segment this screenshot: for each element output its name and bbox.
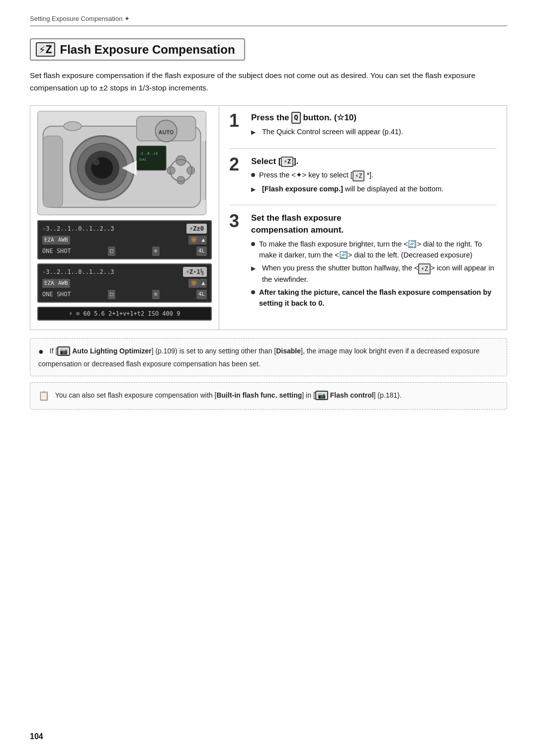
lcd1-badge: ⚡Z±0 (186, 224, 207, 234)
svg-point-10 (187, 167, 195, 174)
lcd1-eza: EZA (42, 236, 56, 245)
step-3-number: 3 (229, 212, 245, 230)
lcd2-scale: -3..2..1..0..1..2..3 (42, 267, 114, 276)
note-box-2: 📋 You can also set flash exposure compen… (30, 382, 507, 410)
step-3-bullet-2-text: When you press the shutter button halfwa… (262, 263, 497, 285)
step-2: 2 Select [⚡Z]. Press the <✦> key to sele… (229, 156, 497, 197)
q-button-icon: Q (291, 112, 300, 124)
camera-illustration: AUTO -2..0..+2 (37, 111, 206, 215)
svg-point-16 (64, 121, 82, 130)
section-title-box: ⚡Z Flash Exposure Compensation (30, 38, 245, 61)
step-3-bullet-2: ▶ When you press the shutter button half… (251, 263, 497, 285)
flash-icon: ⚡Z (36, 42, 55, 57)
step-2-number: 2 (229, 156, 245, 173)
flash-z-inline-2: ⚡Z (418, 263, 430, 274)
triangle-icon-2: ▶ (251, 185, 258, 194)
note-box-1: ● If [📷 Auto Lighting Optimizer] (p.109)… (30, 338, 507, 376)
lcd1-awb: AWB (56, 236, 70, 245)
svg-point-11 (177, 176, 185, 184)
content-area: AUTO -2..0..+2 (30, 106, 507, 330)
triangle-icon: ▶ (251, 128, 258, 137)
lcd1-icon3: 🔆 (188, 236, 199, 245)
header-rule (30, 25, 507, 26)
dot-icon-3 (251, 290, 255, 294)
lcd1-scale: -3..2..1..0..1..2..3 (42, 224, 114, 233)
lcd-screen-2: -3..2..1..0..1..2..3 ⚡Z-1½ EZA AWB 🔆 ▲ O… (37, 263, 212, 303)
svg-text:AUTO: AUTO (159, 129, 174, 135)
lcd2-circle: ⊙ (152, 290, 160, 299)
bottom-bar-text: ⚡ ⊙ 60 5.6 2+1+v+1+t2 ISO 400 9 (69, 310, 180, 317)
cam-icon-2: 📷 (315, 391, 328, 400)
section-title: Flash Exposure Compensation (60, 43, 235, 57)
svg-point-6 (93, 159, 100, 166)
flash-z-icon-2: ⚡Z (281, 157, 293, 167)
lcd2-awb: AWB (56, 279, 70, 288)
step-3: 3 Set the flash exposurecompensation amo… (229, 212, 497, 312)
step-3-bullet-3-text: After taking the picture, cancel the fla… (259, 287, 497, 309)
lcd2-eza: EZA (42, 279, 56, 288)
lcd2-icon3: 🔆 (188, 279, 199, 288)
step-3-title: Set the flash exposurecompensation amoun… (251, 212, 497, 236)
lcd-screen-1: -3..2..1..0..1..2..3 ⚡Z±0 EZA AWB 🔆 ▲ ON… (37, 220, 212, 259)
step-2-bullet-1-text: Press the <✦> key to select [⚡Z *]. (259, 170, 373, 181)
flash-z-inline-1: ⚡Z (353, 170, 364, 181)
step-2-bullet-2: ▶ [Flash exposure comp.] will be display… (251, 184, 497, 195)
lcd2-arrow: ▲ (199, 279, 207, 288)
dot-icon-1 (251, 173, 255, 177)
right-column: 1 Press the Q button. (☆10) ▶ The Quick … (219, 106, 507, 330)
step-divider-1 (229, 148, 497, 149)
lcd2-mode: ONE SHOT (42, 290, 71, 299)
svg-point-12 (167, 167, 175, 174)
step-3-bullet-1: To make the flash exposure brighter, tur… (251, 239, 497, 261)
lcd1-circle: ⊙ (152, 247, 160, 256)
step-divider-2 (229, 205, 497, 205)
step-1-content: Press the Q button. (☆10) ▶ The Quick Co… (251, 112, 497, 140)
lcd1-4l: 4L (196, 247, 207, 256)
lcd1-mode: ONE SHOT (42, 247, 71, 255)
step-1: 1 Press the Q button. (☆10) ▶ The Quick … (229, 112, 497, 140)
breadcrumb: Setting Exposure Compensation ✦ (30, 15, 507, 22)
lcd2-4l: 4L (196, 290, 207, 299)
step-2-content: Select [⚡Z]. Press the <✦> key to select… (251, 156, 497, 197)
step-1-bullet-1-text: The Quick Control screen will appear (p.… (262, 127, 403, 138)
page: Setting Exposure Compensation ✦ ⚡Z Flash… (0, 0, 537, 756)
svg-text:-2..0..+2: -2..0..+2 (139, 152, 158, 156)
svg-rect-15 (43, 136, 63, 207)
step-1-title: Press the Q button. (☆10) (251, 112, 497, 124)
intro-text: Set flash exposure compensation if the f… (30, 70, 507, 94)
step-1-number: 1 (229, 112, 245, 130)
lcd1-sq: □ (108, 247, 115, 256)
lcd-bottom-bar: ⚡ ⊙ 60 5.6 2+1+v+1+t2 ISO 400 9 (37, 307, 212, 321)
triangle-icon-3: ▶ (251, 264, 258, 273)
lcd2-sq: □ (108, 290, 115, 299)
step-2-title: Select [⚡Z]. (251, 156, 497, 168)
step-2-bullet-1: Press the <✦> key to select [⚡Z *]. (251, 170, 497, 181)
cam-icon-1: 📷 (57, 346, 70, 356)
lcd1-arrow: ▲ (199, 236, 207, 245)
step-2-bullet-2-text: [Flash exposure comp.] will be displayed… (262, 184, 444, 195)
note-icon-2: 📋 (38, 389, 49, 403)
step-3-bullet-3: After taking the picture, cancel the fla… (251, 287, 497, 309)
page-number: 104 (30, 732, 43, 741)
step-3-content: Set the flash exposurecompensation amoun… (251, 212, 497, 312)
step-3-bullet-1-text: To make the flash exposure brighter, tur… (259, 239, 497, 261)
dot-icon-2 (251, 242, 255, 246)
note-icon-1: ● (38, 344, 44, 359)
left-column: AUTO -2..0..+2 (30, 106, 219, 330)
svg-text:5141: 5141 (139, 158, 147, 161)
lcd2-badge: ⚡Z-1½ (183, 267, 207, 277)
step-1-bullet-1: ▶ The Quick Control screen will appear (… (251, 127, 497, 138)
